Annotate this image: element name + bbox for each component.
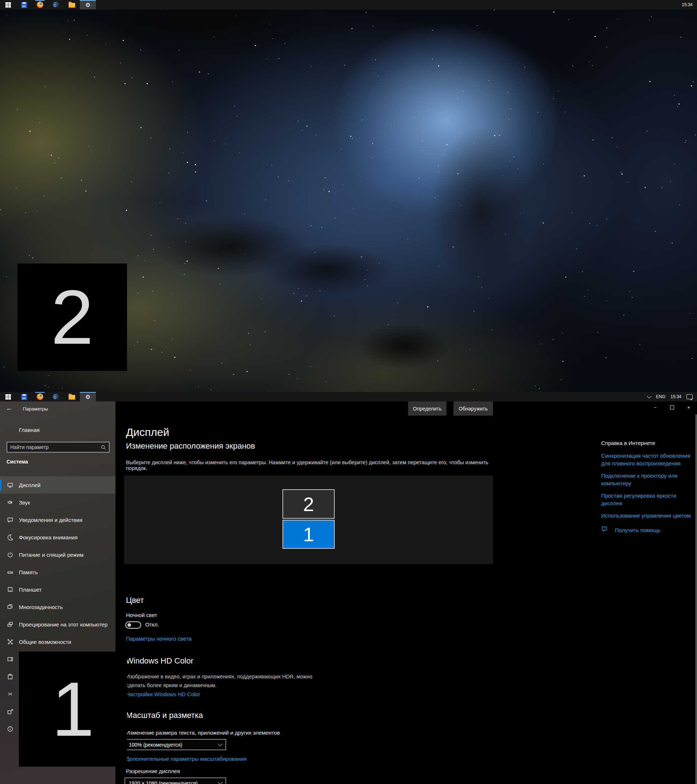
firefox-icon [37, 394, 43, 400]
sidebar-item-8[interactable]: Многозадачность [0, 598, 115, 616]
hd-color-settings-link[interactable]: Настройки Windows HD Color [126, 691, 200, 697]
night-light-toggle[interactable] [125, 621, 141, 629]
sidebar-item-9[interactable]: Проецирование на этот компьютер [0, 616, 115, 633]
scale-heading: Масштаб и разметка [126, 711, 203, 720]
identify-button[interactable]: Определить [408, 402, 447, 416]
caption-buttons: − × [647, 402, 697, 413]
sidebar-item-label: Дисплей [19, 482, 41, 488]
steam-icon[interactable] [48, 392, 64, 402]
sidebar-item-label: Звук [19, 499, 30, 506]
settings-content: Дисплей Изменение расположения экранов В… [115, 402, 697, 784]
sidebar-item-2[interactable]: Звук [0, 494, 115, 511]
about-icon [7, 725, 14, 733]
sidebar-item-label: Многозадачность [19, 604, 63, 610]
search-icon[interactable] [101, 445, 106, 450]
start-icon[interactable] [0, 0, 16, 10]
file-explorer-icon[interactable] [64, 392, 80, 402]
settings-gear-icon: ⚙ [85, 2, 91, 8]
search-input[interactable] [7, 444, 101, 450]
section-label: Система [7, 459, 28, 464]
svg-text:?: ? [604, 527, 606, 530]
dual-monitor-screen: 64⚙ 15:34 2 64⚙ ENG 15:34 ← Параме [0, 0, 697, 784]
firefox-icon [37, 2, 43, 8]
firefox-icon[interactable] [32, 0, 48, 10]
steam-icon[interactable] [48, 0, 64, 10]
get-help-icon: ? [601, 525, 609, 534]
taskbar-icons: 64⚙ [0, 0, 96, 10]
resolution-label: Разрешение дисплея [126, 768, 180, 774]
tray-chevron-icon[interactable] [647, 394, 652, 399]
settings-gear-icon[interactable]: ⚙ [80, 392, 96, 402]
start-icon [5, 2, 11, 8]
action-center-icon[interactable] [687, 394, 693, 399]
help-rail: Справка в Интернете Синхронизация частот… [601, 440, 694, 524]
display-box-2[interactable]: 2 [282, 489, 335, 519]
sidebar-item-5[interactable]: Питание и спящий режим [0, 546, 115, 563]
get-help[interactable]: ? Получить помощь [601, 525, 660, 534]
close-button[interactable]: × [680, 402, 697, 413]
help-link-3[interactable]: Простая регулировка яркости дисплея [601, 492, 694, 507]
help-link-1[interactable]: Синхронизация частот обновления для плав… [601, 452, 694, 467]
maximize-button[interactable] [664, 402, 680, 413]
tablet-icon [7, 586, 14, 593]
dosbox-icon[interactable]: 64 [16, 392, 32, 402]
multitask-icon [7, 603, 14, 611]
help-link-4[interactable]: Использование управления цветом [601, 512, 694, 519]
dosbox-icon: 64 [21, 2, 27, 8]
window-plus-icon [7, 708, 14, 715]
night-light-settings-link[interactable]: Параметры ночного света [126, 636, 192, 642]
night-light-label: Ночной свет [126, 612, 157, 618]
sidebar-item-3[interactable]: Уведомления и действия [0, 511, 115, 529]
minimize-button[interactable]: − [647, 402, 664, 413]
help-heading: Справка в Интернете [601, 440, 694, 446]
scale-dropdown[interactable]: 100% (рекомендуется) [125, 739, 226, 750]
taskbar-bottom: 64⚙ ENG 15:34 [0, 392, 697, 402]
color-heading: Цвет [126, 596, 144, 605]
night-light-state: Откл. [145, 621, 159, 628]
tray-clock[interactable]: 15:34 [671, 394, 681, 399]
scrollbar[interactable] [695, 415, 697, 784]
shared-experiences-icon [7, 638, 14, 646]
sidebar-item-4[interactable]: Фокусировка внимания [0, 529, 115, 546]
sidebar-item-label: Питание и спящий режим [19, 552, 84, 558]
sidebar-item-label: Уведомления и действия [19, 517, 82, 523]
monitor-1: 64⚙ ENG 15:34 ← Параметры Главная [0, 392, 697, 784]
speaker-icon [7, 499, 14, 506]
display-identify-overlay-2: 2 [17, 264, 127, 371]
language-indicator[interactable]: ENG [656, 394, 666, 399]
back-button[interactable]: ← [6, 404, 13, 412]
clipboard-icon [7, 673, 14, 680]
home-icon [7, 426, 14, 433]
sidebar-item-label: Проецирование на этот компьютер [19, 621, 107, 628]
steam-icon [53, 394, 59, 400]
sidebar-item-10[interactable]: Общие возможности [0, 633, 115, 651]
display-box-1[interactable]: 1 [282, 520, 335, 549]
screen-icon [7, 656, 14, 663]
start-icon [5, 394, 11, 400]
sidebar-item-label: Планшет [19, 586, 42, 593]
sidebar-item-1[interactable]: Дисплей [0, 476, 115, 494]
clock[interactable]: 15:34 [682, 2, 693, 7]
advanced-scaling-link[interactable]: Дополнительные параметры масштабирования [126, 756, 247, 762]
sidebar-item-7[interactable]: Планшет [0, 581, 115, 598]
settings-gear-icon[interactable]: ⚙ [80, 0, 96, 10]
projecting-icon [7, 621, 14, 628]
hd-color-description: Изображение в видео, играх и приложениях… [126, 672, 331, 690]
display-identify-overlay-1: 1 [19, 652, 127, 767]
page-title: Дисплей [126, 426, 169, 438]
resolution-dropdown[interactable]: 1920 × 1080 (рекомендуется) [125, 777, 226, 784]
monitor-icon [7, 481, 14, 489]
search-box [7, 442, 110, 453]
file-explorer-icon[interactable] [64, 0, 80, 10]
start-icon[interactable] [0, 392, 16, 402]
sidebar-item-6[interactable]: Память [0, 563, 115, 581]
detect-button[interactable]: Обнаружить [453, 402, 493, 416]
dosbox-icon[interactable]: 64 [16, 0, 32, 10]
power-icon [7, 551, 14, 558]
help-link-2[interactable]: Подключение к проектору или компьютеру [601, 472, 694, 487]
notification-icon [7, 516, 14, 524]
scale-label: Изменение размера текста, приложений и д… [126, 730, 280, 736]
sidebar-item-home[interactable]: Главная [7, 426, 40, 433]
firefox-icon[interactable] [32, 392, 48, 402]
rearrange-description: Выберите дисплей ниже, чтобы изменить ег… [126, 460, 496, 471]
